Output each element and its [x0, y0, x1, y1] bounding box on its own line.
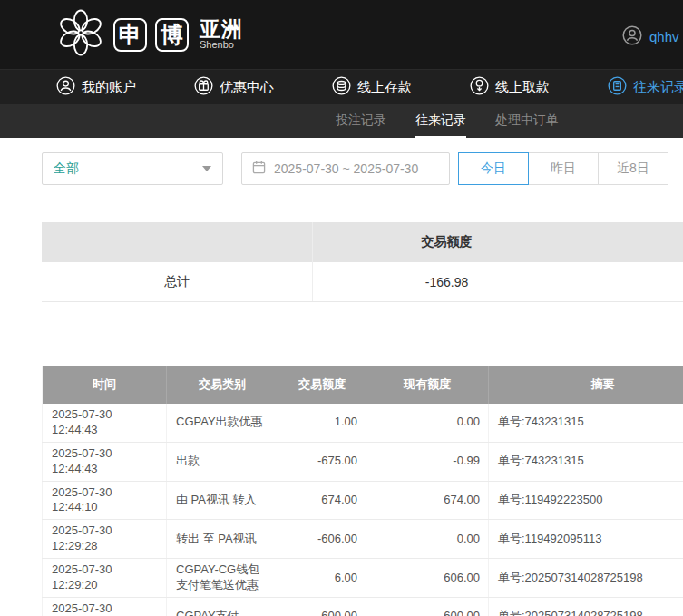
col-type: 交易类别 [167, 366, 278, 404]
cell-type: 出款 [167, 442, 278, 481]
summary-header-row: 交易额度 [42, 222, 683, 262]
nav-item-label: 往来记录 [633, 79, 683, 96]
cell-type: CGPAY支付 [167, 597, 278, 616]
summary-header-empty-2 [581, 222, 683, 262]
cell-memo: 单号:743231315 [489, 442, 683, 481]
table-row: 2025-07-30 12:29:20 CGPAY-CG钱包支付笔笔送优惠 6.… [43, 559, 683, 598]
nav-item-records[interactable]: 往来记录 [608, 76, 683, 98]
summary-total-value: -166.98 [313, 262, 581, 301]
username: qhhv [649, 29, 679, 44]
lotus-flower-icon [56, 8, 105, 61]
chevron-down-icon [202, 166, 211, 171]
summary-header-amount: 交易额度 [313, 222, 581, 262]
table-row: 2025-07-30 12:29:28 转出 至 PA视讯 -606.00 0.… [43, 520, 683, 559]
cell-amount: 674.00 [278, 481, 366, 520]
top-header: 申 博 亚洲 Shenbo qhhv [0, 0, 683, 69]
col-time: 时间 [43, 366, 167, 404]
cell-amount: 1.00 [278, 404, 366, 442]
col-balance: 现有额度 [366, 366, 489, 404]
cell-memo: 单号:119492095113 [489, 520, 683, 559]
cell-time: 2025-07-30 12:29:20 [43, 597, 167, 616]
cell-balance: 674.00 [366, 481, 489, 520]
yesterday-button[interactable]: 昨日 [528, 152, 599, 185]
nav-item-label: 线上存款 [357, 79, 412, 96]
cell-balance: 0.00 [366, 520, 489, 559]
summary-total-label: 总计 [42, 262, 313, 301]
table-row: 2025-07-30 12:44:43 出款 -675.00 -0.99 单号:… [43, 442, 683, 481]
brand-region: 亚洲 [200, 18, 243, 40]
last-8-days-button[interactable]: 近8日 [598, 152, 668, 185]
cell-memo: 单号:202507314028725198 [489, 597, 683, 616]
table-row: 2025-07-30 12:44:43 CGPAY出款优惠 1.00 0.00 … [43, 404, 683, 442]
cell-time: 2025-07-30 12:29:20 [43, 559, 167, 598]
cell-time: 2025-07-30 12:44:10 [43, 481, 167, 520]
nav-item-promotions[interactable]: 优惠中心 [194, 76, 274, 98]
table-row: 2025-07-30 12:29:20 CGPAY支付 600.00 600.0… [43, 597, 683, 616]
cell-time: 2025-07-30 12:44:43 [43, 404, 167, 442]
user-avatar-icon [622, 25, 642, 48]
cell-time: 2025-07-30 12:29:28 [43, 520, 167, 559]
nav-item-my-account[interactable]: 我的账户 [56, 76, 136, 98]
type-select-value: 全部 [54, 161, 79, 177]
cell-balance: -0.99 [366, 442, 489, 481]
user-icon [56, 76, 75, 98]
nav-item-deposit[interactable]: 线上存款 [332, 76, 412, 98]
main-nav: 我的账户 优惠中心 线上存款 [0, 69, 683, 104]
filter-bar: 全部 2025-07-30 ~ 2025-07-30 今日 昨日 近8日 [0, 138, 683, 185]
cell-amount: 600.00 [278, 597, 366, 616]
cell-type: CGPAY出款优惠 [167, 404, 278, 442]
cell-type: CGPAY-CG钱包支付笔笔送优惠 [167, 559, 278, 598]
type-select[interactable]: 全部 [42, 152, 223, 185]
records-icon [608, 76, 627, 98]
tab-bet-records[interactable]: 投注记录 [336, 104, 386, 138]
cell-amount: -606.00 [278, 520, 366, 559]
date-range-value: 2025-07-30 ~ 2025-07-30 [274, 161, 418, 176]
withdraw-coin-icon [470, 76, 489, 98]
cell-amount: -675.00 [278, 442, 366, 481]
cell-time: 2025-07-30 12:44:43 [43, 442, 167, 481]
cell-amount: 6.00 [278, 559, 366, 598]
cell-type: 由 PA视讯 转入 [167, 481, 278, 520]
tab-transaction-records[interactable]: 往来记录 [415, 104, 466, 138]
brand-char-bo: 博 [155, 18, 189, 52]
col-amount: 交易额度 [278, 366, 366, 404]
brand-text: 亚洲 Shenbo [200, 18, 243, 51]
table-header-row: 时间 交易类别 交易额度 现有额度 摘要 [43, 366, 683, 404]
user-account[interactable]: qhhv [622, 25, 679, 48]
cell-type: 转出 至 PA视讯 [167, 520, 278, 559]
cell-memo: 单号:743231315 [489, 404, 683, 442]
nav-item-withdraw[interactable]: 线上取款 [470, 76, 550, 98]
cell-memo: 单号:119492223500 [489, 481, 683, 520]
gift-icon [194, 76, 213, 98]
brand-subtitle: Shenbo [200, 40, 243, 51]
date-range-input[interactable]: 2025-07-30 ~ 2025-07-30 [241, 152, 450, 185]
transactions-table: 时间 交易类别 交易额度 现有额度 摘要 2025-07-30 12:44:43… [42, 366, 683, 616]
calendar-icon [252, 161, 266, 177]
sub-nav: 投注记录 往来记录 处理中订单 [0, 104, 683, 138]
summary-total-row: 总计 -166.98 [42, 262, 683, 302]
nav-item-label: 线上取款 [495, 79, 550, 96]
col-memo: 摘要 [489, 366, 683, 404]
quick-date-buttons: 今日 昨日 近8日 [459, 152, 668, 185]
table-row: 2025-07-30 12:44:10 由 PA视讯 转入 674.00 674… [43, 481, 683, 520]
cell-balance: 606.00 [366, 559, 489, 598]
summary-header-empty [42, 222, 313, 262]
nav-item-label: 我的账户 [82, 79, 136, 96]
deposit-coin-icon [332, 76, 351, 98]
nav-item-label: 优惠中心 [220, 79, 274, 96]
cell-balance: 0.00 [366, 404, 489, 442]
summary-table: 交易额度 总计 -166.98 [42, 222, 683, 302]
brand-logo[interactable]: 申 博 亚洲 Shenbo [56, 8, 243, 61]
cell-balance: 600.00 [366, 597, 489, 616]
today-button[interactable]: 今日 [458, 152, 529, 185]
brand-char-shen: 申 [113, 18, 147, 52]
tab-processing-orders[interactable]: 处理中订单 [495, 104, 559, 138]
cell-memo: 单号:202507314028725198 [489, 559, 683, 598]
summary-total-empty [581, 262, 683, 301]
